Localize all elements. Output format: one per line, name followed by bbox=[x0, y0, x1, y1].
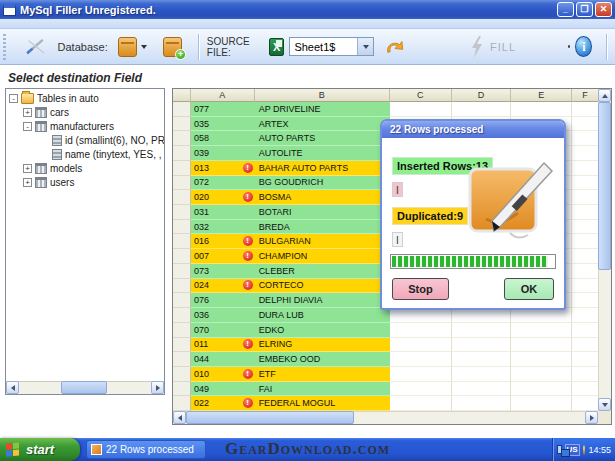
cell-a[interactable]: 072 ! bbox=[191, 176, 255, 191]
cell-b[interactable]: AUTOLITE bbox=[255, 146, 390, 161]
row-header[interactable] bbox=[173, 161, 191, 176]
row-header[interactable] bbox=[173, 102, 191, 117]
cell-b[interactable]: FEDERAL MOGUL bbox=[255, 396, 390, 411]
scroll-up-icon[interactable] bbox=[598, 89, 611, 102]
column-header[interactable]: D bbox=[452, 89, 512, 102]
cell-b[interactable]: DURA LUB bbox=[255, 308, 390, 323]
cell-d[interactable] bbox=[452, 102, 512, 117]
cell-a[interactable]: 058 ! bbox=[191, 131, 255, 146]
ok-button[interactable]: OK bbox=[504, 278, 554, 300]
row-header[interactable] bbox=[173, 382, 191, 397]
cell-f[interactable] bbox=[572, 131, 598, 146]
cell-d[interactable] bbox=[452, 367, 512, 382]
cell-f[interactable] bbox=[572, 234, 598, 249]
tree-expander[interactable]: + bbox=[23, 178, 32, 187]
cell-b[interactable]: BG GOUDRICH bbox=[255, 176, 390, 191]
cell-a[interactable]: 010 ! bbox=[191, 367, 255, 382]
fill-button[interactable]: FILL bbox=[470, 36, 516, 58]
cell-c[interactable] bbox=[390, 352, 452, 367]
cell-f[interactable] bbox=[572, 279, 598, 294]
row-header[interactable] bbox=[173, 352, 191, 367]
scroll-left-icon[interactable] bbox=[173, 411, 186, 424]
cell-c[interactable] bbox=[390, 323, 452, 338]
cell-b[interactable]: BOSMA bbox=[255, 190, 390, 205]
cell-e[interactable] bbox=[511, 102, 572, 117]
cell-f[interactable] bbox=[572, 352, 598, 367]
cell-c[interactable] bbox=[390, 396, 452, 411]
cell-b[interactable]: AP DRIVELINE bbox=[255, 102, 390, 117]
cell-d[interactable] bbox=[452, 323, 512, 338]
cell-f[interactable] bbox=[572, 293, 598, 308]
table-row[interactable]: 010 ! ETF bbox=[173, 367, 598, 382]
row-header[interactable] bbox=[173, 205, 191, 220]
tree-item[interactable]: + users bbox=[6, 175, 164, 189]
cell-b[interactable]: BREDA bbox=[255, 220, 390, 235]
tree-item[interactable]: + cars bbox=[6, 105, 164, 119]
tree-item[interactable]: - Tables in auto bbox=[6, 91, 164, 105]
cell-a[interactable]: 031 ! bbox=[191, 205, 255, 220]
cell-f[interactable] bbox=[572, 396, 598, 411]
close-button[interactable]: ✕ bbox=[595, 2, 612, 17]
cell-c[interactable] bbox=[390, 382, 452, 397]
cell-f[interactable] bbox=[572, 205, 598, 220]
cell-a[interactable]: 024 ! bbox=[191, 279, 255, 294]
tree-expander[interactable]: + bbox=[23, 108, 32, 117]
cell-e[interactable] bbox=[511, 382, 572, 397]
table-row[interactable]: 077 ! AP DRIVELINE bbox=[173, 102, 598, 117]
cell-a[interactable]: 039 ! bbox=[191, 146, 255, 161]
cell-b[interactable]: BOTARI bbox=[255, 205, 390, 220]
cell-a[interactable]: 076 ! bbox=[191, 293, 255, 308]
cell-b[interactable]: EDKO bbox=[255, 323, 390, 338]
minimize-button[interactable]: _ bbox=[557, 2, 574, 17]
reload-icon[interactable] bbox=[384, 35, 406, 59]
tree-item[interactable]: + models bbox=[6, 161, 164, 175]
row-header[interactable] bbox=[173, 220, 191, 235]
scroll-right-icon[interactable] bbox=[151, 381, 164, 394]
cell-e[interactable] bbox=[511, 338, 572, 353]
row-header[interactable] bbox=[173, 338, 191, 353]
horizontal-scrollbar[interactable] bbox=[173, 411, 598, 424]
cell-e[interactable] bbox=[511, 396, 572, 411]
cell-b[interactable]: CORTECO bbox=[255, 279, 390, 294]
row-header[interactable] bbox=[173, 249, 191, 264]
cell-d[interactable] bbox=[452, 352, 512, 367]
restore-button[interactable]: ❐ bbox=[576, 2, 593, 17]
tree-expander[interactable]: - bbox=[9, 94, 18, 103]
column-header[interactable]: E bbox=[511, 89, 572, 102]
cell-a[interactable]: 022 ! bbox=[191, 396, 255, 411]
cell-b[interactable]: DELPHI DIAVIA bbox=[255, 293, 390, 308]
cell-a[interactable]: 073 ! bbox=[191, 264, 255, 279]
tree-item[interactable]: id (smallint(6), NO, PRI, , auto_incr bbox=[6, 133, 164, 147]
table-row[interactable]: 049 ! FAI bbox=[173, 382, 598, 397]
cell-b[interactable]: FAI bbox=[255, 382, 390, 397]
cell-b[interactable]: CHAMPION bbox=[255, 249, 390, 264]
cell-f[interactable] bbox=[572, 264, 598, 279]
row-header[interactable] bbox=[173, 234, 191, 249]
cell-a[interactable]: 077 ! bbox=[191, 102, 255, 117]
cell-a[interactable]: 007 ! bbox=[191, 249, 255, 264]
vertical-scrollbar[interactable] bbox=[598, 89, 611, 411]
database-dropdown-arrow[interactable] bbox=[141, 45, 147, 49]
cell-b[interactable]: CLEBER bbox=[255, 264, 390, 279]
row-header[interactable] bbox=[173, 190, 191, 205]
tree-item[interactable]: - manufacturers bbox=[6, 119, 164, 133]
wand-icon[interactable] bbox=[24, 35, 47, 59]
row-header[interactable] bbox=[173, 323, 191, 338]
scroll-left-icon[interactable] bbox=[6, 381, 19, 394]
cell-a[interactable]: 070 ! bbox=[191, 323, 255, 338]
scroll-right-icon[interactable] bbox=[585, 411, 598, 424]
cell-a[interactable]: 013 ! bbox=[191, 161, 255, 176]
tree-horizontal-scrollbar[interactable] bbox=[6, 381, 164, 394]
cell-f[interactable] bbox=[572, 102, 598, 117]
tree-scroll-thumb[interactable] bbox=[61, 381, 107, 394]
cell-a[interactable]: 049 ! bbox=[191, 382, 255, 397]
cell-f[interactable] bbox=[572, 323, 598, 338]
row-header[interactable] bbox=[173, 264, 191, 279]
network-icon[interactable] bbox=[557, 445, 562, 454]
cell-a[interactable]: 036 ! bbox=[191, 308, 255, 323]
cell-d[interactable] bbox=[452, 396, 512, 411]
dialog-titlebar[interactable]: 22 Rows processed bbox=[382, 121, 564, 138]
tree-item[interactable]: name (tinytext, YES, , , ) bbox=[6, 147, 164, 161]
cell-f[interactable] bbox=[572, 220, 598, 235]
vertical-scroll-thumb[interactable] bbox=[598, 102, 611, 270]
